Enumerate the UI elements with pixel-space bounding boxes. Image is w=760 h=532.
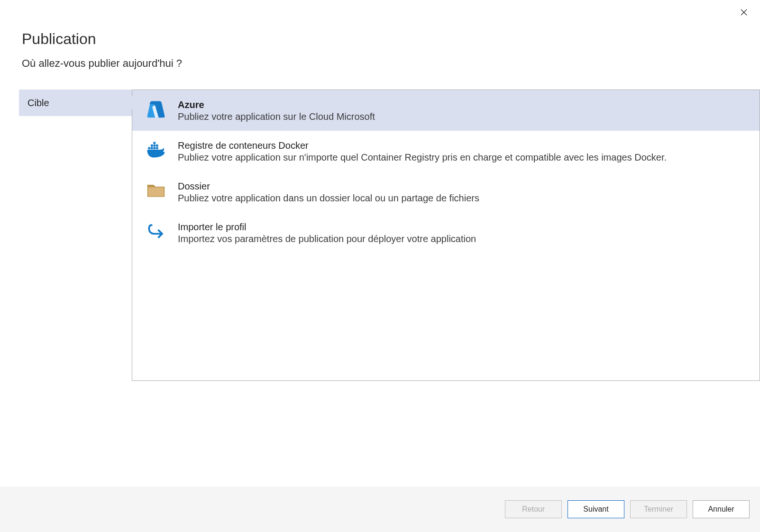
import-icon [143, 221, 169, 242]
option-import-profile[interactable]: Importer le profil Importez vos paramètr… [132, 212, 760, 253]
option-title: Importer le profil [178, 222, 476, 233]
svg-rect-6 [151, 144, 153, 147]
next-button[interactable]: Suivant [568, 500, 624, 518]
option-desc: Publiez votre application sur n'importe … [178, 152, 667, 163]
option-title: Registre de conteneurs Docker [178, 140, 667, 151]
wizard-footer: Retour Suivant Terminer Annuler [0, 487, 760, 532]
back-button: Retour [505, 500, 562, 518]
target-options-panel: Azure Publiez votre application sur le C… [132, 90, 760, 381]
finish-button: Terminer [630, 500, 687, 518]
option-docker[interactable]: Registre de conteneurs Docker Publiez vo… [132, 131, 760, 171]
option-desc: Publiez votre application dans un dossie… [178, 193, 479, 204]
option-desc: Publiez votre application sur le Cloud M… [178, 111, 375, 122]
sidebar-item-label: Cible [27, 98, 49, 108]
option-folder[interactable]: Dossier Publiez votre application dans u… [132, 171, 760, 212]
sidebar-item-cible[interactable]: Cible [19, 90, 132, 116]
option-azure[interactable]: Azure Publiez votre application sur le C… [132, 90, 760, 131]
docker-icon [143, 139, 169, 160]
folder-icon [143, 180, 169, 201]
svg-rect-7 [154, 144, 156, 147]
close-icon [740, 8, 748, 18]
close-button[interactable] [738, 8, 750, 19]
cancel-button[interactable]: Annuler [693, 500, 750, 518]
svg-rect-9 [154, 142, 156, 144]
option-title: Azure [178, 99, 375, 110]
option-desc: Importez vos paramètres de publication p… [178, 234, 476, 244]
svg-rect-3 [151, 147, 153, 150]
svg-rect-2 [148, 147, 151, 150]
option-title: Dossier [178, 181, 479, 192]
svg-rect-5 [156, 147, 158, 150]
page-title: Publication [22, 30, 738, 48]
wizard-sidebar: Cible [19, 90, 132, 381]
page-subtitle: Où allez-vous publier aujourd'hui ? [22, 57, 738, 70]
azure-icon [143, 99, 169, 119]
svg-rect-8 [156, 144, 158, 147]
svg-rect-4 [154, 147, 156, 150]
